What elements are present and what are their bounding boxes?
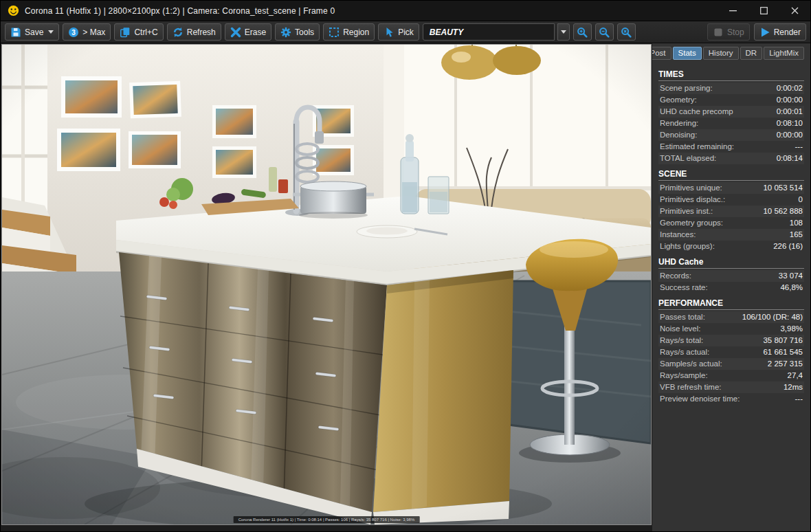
corona-smiley-logo-icon [8, 5, 19, 16]
stat-label: Geometry: [660, 96, 697, 104]
close-button[interactable] [779, 1, 810, 21]
region-button[interactable]: Region [323, 23, 375, 41]
stat-label: Preview denoiser time: [660, 395, 740, 403]
stat-value: --- [795, 395, 803, 403]
section-times: TIMES Scene parsing: 0:00:02 Geometry: 0… [658, 65, 804, 164]
erase-button-label: Erase [245, 27, 266, 37]
stat-label: Lights (groups): [660, 242, 715, 251]
tab-history[interactable]: History [703, 47, 739, 60]
stop-icon [713, 27, 724, 38]
stat-label: Rays/sample: [660, 371, 708, 380]
stat-row: Rays/s total: 35 807 716 [658, 335, 804, 346]
stat-row: Records: 33 074 [658, 270, 804, 282]
stat-row: Primitives unique: 10 053 514 [658, 182, 804, 194]
pick-button-label: Pick [398, 27, 414, 37]
copy-icon [120, 27, 131, 38]
stat-label: Success rate: [660, 283, 708, 292]
stat-value: 3,98% [780, 324, 803, 333]
downscale-max-button[interactable]: 3 > Max [63, 23, 111, 41]
stat-label: Estimated remaining: [660, 142, 734, 151]
stat-label: VFB refresh time: [660, 383, 721, 392]
stat-row: Noise level: 3,98% [658, 323, 804, 335]
section-scene: SCENE Primitives unique: 10 053 514 Prim… [658, 164, 804, 252]
stats-panel: Post Stats History DR LightMix TIMES Sce… [652, 43, 810, 531]
tab-stats[interactable]: Stats [673, 47, 702, 60]
stat-row: Geometry groups: 108 [658, 217, 804, 229]
refresh-button-label: Refresh [187, 27, 216, 37]
copy-button[interactable]: Ctrl+C [114, 23, 163, 41]
tools-button-label: Tools [295, 27, 314, 37]
stat-value: 33 074 [779, 271, 803, 280]
stat-value: 10 562 888 [763, 207, 803, 216]
stat-label: Instances: [660, 230, 696, 239]
refresh-icon [173, 27, 184, 38]
pick-button[interactable]: Pick [378, 23, 419, 41]
stat-label: Samples/s actual: [660, 359, 722, 368]
save-dropdown-icon [48, 30, 54, 34]
corona-vfb-window: Corona 11 (Hotfix 1) | 2800×2100px (1:2)… [0, 0, 811, 532]
stat-row: Primitives displac.: 0 [658, 194, 804, 206]
uhd-rows: Records: 33 074 Success rate: 46,8% [658, 270, 804, 293]
save-floppy-icon [10, 27, 21, 38]
stat-value: 0 [799, 195, 803, 204]
zoom-in-button[interactable] [573, 23, 592, 41]
stat-row: Rays/sample: 27,4 [658, 370, 804, 381]
maximize-icon [760, 7, 768, 14]
times-rows: Scene parsing: 0:00:02 Geometry: 0:00:00… [658, 82, 804, 164]
stat-value: 0:08:10 [777, 119, 803, 128]
stat-row: Instances: 165 [658, 229, 804, 241]
tab-dr[interactable]: DR [740, 47, 763, 60]
stat-value: 0:00:00 [777, 131, 803, 140]
scene-rows: Primitives unique: 10 053 514 Primitives… [658, 182, 804, 252]
stat-value: 106/100 (DR: 48) [742, 313, 803, 322]
save-button[interactable]: Save [5, 23, 59, 41]
maximize-button[interactable] [748, 1, 779, 21]
stat-value: 226 (16) [773, 242, 803, 251]
save-button-label: Save [25, 27, 43, 37]
render-button[interactable]: Render [754, 23, 806, 41]
zoom-reset-button[interactable] [617, 23, 636, 41]
minimize-button[interactable] [718, 1, 748, 21]
stat-value: 61 661 545 [763, 348, 803, 357]
tools-button[interactable]: Tools [275, 23, 320, 41]
zoom-out-button[interactable] [595, 23, 614, 41]
stat-row: Primitives inst.: 10 562 888 [658, 206, 804, 217]
stop-button[interactable]: Stop [707, 23, 750, 41]
render-element-select[interactable]: BEAUTY [423, 23, 555, 41]
rendered-frame: Corona Renderer 11 (Hotfix 1) | Time: 0:… [1, 44, 652, 525]
tab-lightmix[interactable]: LightMix [764, 47, 804, 60]
refresh-button[interactable]: Refresh [167, 23, 221, 41]
stat-row: Samples/s actual: 2 257 315 [658, 358, 804, 370]
stat-label: Noise level: [660, 324, 700, 333]
render-element-dropdown-button[interactable] [557, 23, 570, 41]
stat-row: VFB refresh time: 12ms [658, 381, 804, 393]
stat-value: 0:00:01 [777, 107, 803, 116]
stat-value: 0:00:00 [777, 96, 803, 104]
stat-value: 12ms [784, 383, 803, 392]
zoom-in-icon [577, 27, 588, 38]
stat-label: Rays/s total: [660, 336, 703, 345]
region-marquee-icon [329, 27, 340, 38]
stat-value: 2 257 315 [768, 359, 803, 368]
vignette [2, 45, 651, 524]
stat-value: 35 807 716 [763, 336, 803, 345]
gear-icon [280, 27, 291, 38]
section-performance: PERFORMANCE Passes total: 106/100 (DR: 4… [658, 293, 804, 405]
section-uhd-title: UHD Cache [658, 257, 804, 269]
stat-row: Estimated remaining: --- [658, 141, 804, 153]
panel-tabs: Post Stats History DR LightMix [658, 47, 804, 60]
section-uhd-cache: UHD Cache Records: 33 074 Success rate: … [658, 252, 804, 293]
svg-text:3: 3 [72, 28, 76, 36]
section-scene-title: SCENE [658, 169, 804, 181]
chevron-down-icon [561, 30, 566, 34]
downscale-3-icon: 3 [68, 27, 79, 38]
stat-row: Success rate: 46,8% [658, 282, 804, 293]
erase-button[interactable]: Erase [225, 23, 271, 41]
downscale-max-label: > Max [82, 27, 105, 37]
section-times-title: TIMES [658, 69, 804, 81]
render-viewport[interactable]: Corona Renderer 11 (Hotfix 1) | Time: 0:… [1, 43, 652, 531]
zoom-out-icon [599, 27, 610, 38]
render-element-value: BEAUTY [430, 27, 463, 37]
stat-label: UHD cache precomp [660, 107, 733, 116]
stat-row: Passes total: 106/100 (DR: 48) [658, 311, 804, 323]
